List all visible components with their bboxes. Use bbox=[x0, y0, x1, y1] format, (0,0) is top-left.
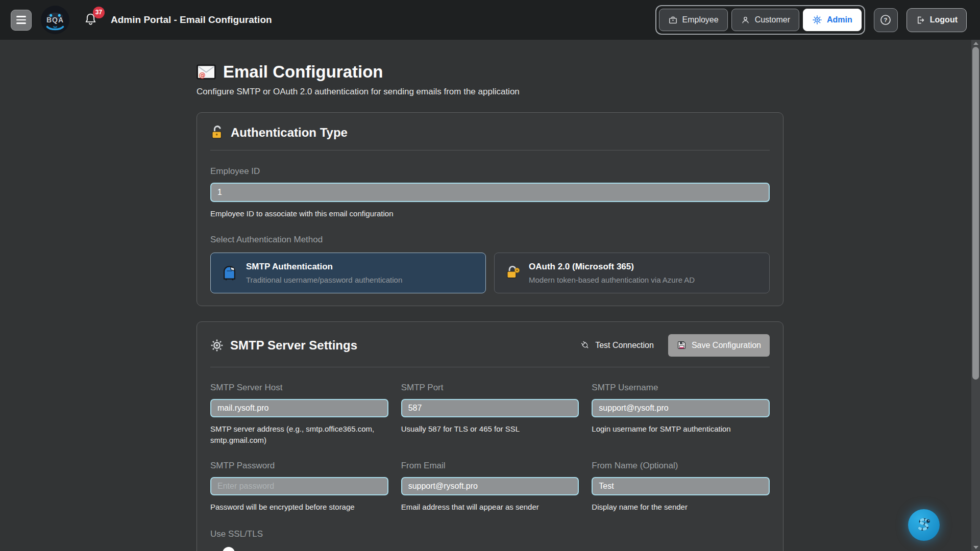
from-name-field: From Name (Optional) Display name for th… bbox=[592, 461, 770, 513]
smtp-host-label: SMTP Server Host bbox=[210, 383, 388, 393]
briefcase-icon bbox=[668, 15, 678, 25]
mailbox-icon bbox=[222, 264, 237, 281]
smtp-username-helper: Login username for SMTP authentication bbox=[592, 423, 770, 435]
unlocked-padlock-icon bbox=[210, 125, 224, 140]
employee-id-helper: Employee ID to associate with this email… bbox=[210, 208, 770, 219]
scroll-down-arrow-icon[interactable] bbox=[973, 546, 978, 549]
smtp-host-helper: SMTP server address (e.g., smtp.office36… bbox=[210, 423, 388, 446]
from-email-label: From Email bbox=[401, 461, 579, 471]
help-button[interactable]: ? bbox=[874, 8, 898, 32]
notification-count-badge: 37 bbox=[93, 7, 105, 18]
svg-text:@: @ bbox=[199, 71, 205, 79]
auth-card-title: Authentication Type bbox=[210, 125, 348, 140]
oauth-method-option[interactable]: OAuth 2.0 (Microsoft 365) Modern token-b… bbox=[494, 253, 770, 293]
admin-tab-button[interactable]: Admin bbox=[803, 9, 862, 31]
ssl-toggle[interactable] bbox=[223, 547, 235, 551]
logout-icon bbox=[916, 15, 925, 25]
auth-method-label: Select Authentication Method bbox=[210, 235, 770, 245]
from-email-input[interactable] bbox=[401, 477, 579, 495]
test-connection-button[interactable]: Test Connection bbox=[580, 340, 654, 350]
from-name-helper: Display name for the sender bbox=[592, 502, 770, 513]
smtp-card-title: SMTP Server Settings bbox=[210, 338, 357, 353]
smtp-settings-card: SMTP Server Settings Test Connection bbox=[197, 321, 783, 551]
plug-icon bbox=[580, 340, 590, 350]
vertical-scrollbar[interactable] bbox=[971, 40, 980, 551]
from-name-label: From Name (Optional) bbox=[592, 461, 770, 471]
hamburger-menu-icon bbox=[16, 16, 26, 17]
page-subtitle: Configure SMTP or OAuth 2.0 authenticati… bbox=[197, 87, 783, 97]
smtp-method-desc: Traditional username/password authentica… bbox=[246, 276, 402, 284]
snake-mascot-icon bbox=[914, 515, 934, 535]
lock-with-key-icon bbox=[505, 265, 520, 281]
logo-text: BQA bbox=[40, 16, 70, 24]
smtp-username-label: SMTP Username bbox=[592, 383, 770, 393]
scroll-up-arrow-icon[interactable] bbox=[973, 42, 978, 45]
smtp-auth-method-option[interactable]: SMTP Authentication Traditional username… bbox=[210, 253, 486, 293]
role-switcher: Employee Customer bbox=[655, 5, 865, 35]
ssl-section: Use SSL/TLS Enable secure connection (re… bbox=[210, 529, 770, 551]
smtp-method-title: SMTP Authentication bbox=[246, 262, 402, 272]
notifications-button[interactable]: 37 bbox=[84, 12, 97, 29]
logout-button[interactable]: Logout bbox=[906, 8, 967, 32]
smtp-password-helper: Password will be encrypted before storag… bbox=[210, 502, 388, 513]
employee-id-input[interactable] bbox=[210, 183, 770, 202]
email-icon: @ bbox=[197, 64, 216, 80]
ssl-label: Use SSL/TLS bbox=[210, 529, 770, 539]
smtp-host-field: SMTP Server Host SMTP server address (e.… bbox=[210, 383, 388, 446]
svg-text:?: ? bbox=[884, 17, 888, 23]
settings-gear-icon bbox=[210, 339, 224, 352]
main-content: @ Email Configuration Configure SMTP or … bbox=[197, 62, 783, 551]
oauth-method-title: OAuth 2.0 (Microsoft 365) bbox=[529, 262, 695, 272]
page-title: @ Email Configuration bbox=[197, 62, 783, 82]
top-header: BQA 37 Admin Portal - Email Configuratio… bbox=[0, 0, 980, 40]
smtp-port-field: SMTP Port Usually 587 for TLS or 465 for… bbox=[401, 383, 579, 446]
customer-tab-button[interactable]: Customer bbox=[731, 9, 799, 31]
employee-tab-button[interactable]: Employee bbox=[659, 9, 728, 31]
from-name-input[interactable] bbox=[592, 477, 770, 495]
hamburger-menu-button[interactable] bbox=[11, 10, 32, 31]
from-email-field: From Email Email address that will appea… bbox=[401, 461, 579, 513]
smtp-host-input[interactable] bbox=[210, 399, 388, 417]
smtp-port-helper: Usually 587 for TLS or 465 for SSL bbox=[401, 423, 579, 435]
employee-id-label: Employee ID bbox=[210, 166, 770, 177]
from-email-helper: Email address that will appear as sender bbox=[401, 502, 579, 513]
save-configuration-button[interactable]: Save Configuration bbox=[668, 334, 770, 357]
gear-icon bbox=[812, 15, 822, 25]
smtp-password-field: SMTP Password Password will be encrypted… bbox=[210, 461, 388, 513]
authentication-type-card: Authentication Type Employee ID Employee… bbox=[197, 112, 783, 306]
oauth-method-desc: Modern token-based authentication via Az… bbox=[529, 276, 695, 284]
person-icon bbox=[741, 15, 750, 25]
page-header-title: Admin Portal - Email Configuration bbox=[111, 14, 272, 26]
app-logo: BQA bbox=[40, 5, 70, 35]
scrollbar-thumb[interactable] bbox=[972, 47, 979, 380]
smtp-password-label: SMTP Password bbox=[210, 461, 388, 471]
question-icon: ? bbox=[879, 14, 892, 26]
chat-assistant-button[interactable] bbox=[908, 509, 940, 541]
smtp-username-field: SMTP Username Login username for SMTP au… bbox=[592, 383, 770, 446]
smtp-port-input[interactable] bbox=[401, 399, 579, 417]
floppy-save-icon bbox=[677, 340, 687, 350]
smtp-password-input[interactable] bbox=[210, 477, 388, 495]
smtp-username-input[interactable] bbox=[592, 399, 770, 417]
smtp-port-label: SMTP Port bbox=[401, 383, 579, 393]
